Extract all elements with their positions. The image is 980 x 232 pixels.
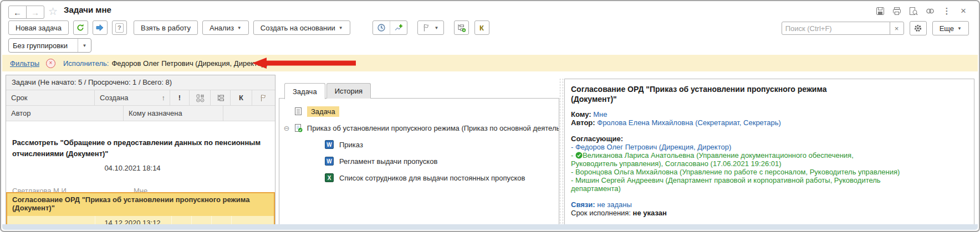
analysis-button[interactable]: Анализ ▼ xyxy=(202,20,249,35)
column-k-label: К xyxy=(239,94,243,102)
approved-check-icon xyxy=(575,152,583,159)
column-due[interactable]: Срок xyxy=(6,90,95,105)
tree-item-file-label: Приказ xyxy=(339,141,363,149)
refresh-button[interactable] xyxy=(73,20,88,35)
task-created-date: 04.10.2021 18:14 xyxy=(95,164,170,172)
help-icon: ? xyxy=(115,23,124,33)
print-icon[interactable] xyxy=(892,7,901,16)
column-due-label: Срок xyxy=(11,94,28,102)
task-row[interactable]: Рассмотреть "Обращение о предоставлении … xyxy=(6,121,275,193)
nav-button-group: ← → xyxy=(8,6,44,19)
column-created-label: Создана xyxy=(100,94,128,102)
deadline-label: Срок исполнения: xyxy=(571,209,631,217)
tab-history[interactable]: История xyxy=(326,83,371,99)
control-k-button[interactable]: К xyxy=(474,20,489,35)
filter-remove-icon[interactable]: × xyxy=(46,59,55,68)
tab-task[interactable]: Задача xyxy=(284,83,325,99)
favorite-star-icon[interactable]: ☆ xyxy=(48,5,58,18)
approvers-label: Согласующие: xyxy=(571,135,968,143)
help-button[interactable]: ? xyxy=(112,20,127,35)
save-icon[interactable] xyxy=(876,7,885,16)
add-to-plan-button[interactable] xyxy=(390,21,407,34)
app-window: ← → ☆ Задачи мне ⋮ × Новая задача ? Взят… xyxy=(0,0,980,232)
execution-state-icon xyxy=(196,94,205,102)
sort-ascending-icon: ↑ xyxy=(162,94,166,102)
approver-line[interactable]: - Воронцова Ольга Михайловна (Управление… xyxy=(571,168,968,176)
search-area: × Еще ▼ xyxy=(782,21,969,35)
search-input[interactable] xyxy=(782,22,890,35)
grouping-dropdown-button[interactable]: ▼ xyxy=(78,39,91,52)
preview-deadline-line: Срок исполнения: не указан xyxy=(571,209,968,217)
approver-line[interactable]: - Федоров Олег Петрович (Дирекция, Дирек… xyxy=(571,143,968,151)
chevron-down-icon: ▼ xyxy=(237,25,242,30)
column-subtasks[interactable] xyxy=(211,90,231,105)
column-author[interactable]: Автор xyxy=(6,106,124,121)
task-row-selected[interactable]: Согласование ОРД "Приказ об установлении… xyxy=(6,192,275,226)
settings-button[interactable] xyxy=(910,21,927,35)
panel-splitter[interactable] xyxy=(560,79,563,226)
task-preview-panel: Согласование ОРД "Приказ об установлении… xyxy=(564,79,974,226)
tree-item-file[interactable]: X Список сотрудников для выдачи постоянн… xyxy=(325,169,559,186)
grouping-select[interactable]: Без группировки ▼ xyxy=(8,38,91,53)
chevron-down-icon: ▼ xyxy=(435,25,439,30)
column-created[interactable]: Создана ↑ xyxy=(95,90,170,105)
column-k[interactable]: К xyxy=(231,90,252,105)
link-icon[interactable] xyxy=(926,7,935,16)
preview-links-line[interactable]: Связи: не заданы xyxy=(571,200,968,209)
grouping-value: Без группировки xyxy=(9,39,78,52)
flag-outline-icon xyxy=(259,94,268,102)
new-task-button[interactable]: Новая задача xyxy=(8,20,69,35)
take-to-work-button[interactable]: Взять в работу xyxy=(134,20,198,35)
search-clear-button[interactable]: × xyxy=(890,22,904,35)
column-importance[interactable]: ! xyxy=(170,90,190,105)
forward-icon: → xyxy=(31,8,39,17)
excel-file-icon: X xyxy=(325,173,334,182)
preview-icon[interactable] xyxy=(909,7,918,16)
author-value-link[interactable]: Фролова Елена Михайловна (Секретариат, С… xyxy=(597,118,781,127)
approver-line[interactable]: - Великанова Лариса Анатольевна (Управле… xyxy=(571,151,968,168)
task-title: Согласование ОРД "Приказ об установлении… xyxy=(7,193,274,212)
links-value: не заданы xyxy=(597,200,632,209)
tree-item-file[interactable]: W Регламент выдачи пропусков xyxy=(325,153,559,169)
column-flag[interactable] xyxy=(252,90,275,105)
exclamation-icon: ! xyxy=(178,94,181,102)
tree-item-file-label: Список сотрудников для выдачи постоянных… xyxy=(339,174,525,182)
tree-item-file[interactable]: W Приказ xyxy=(325,136,559,153)
filter-field-label[interactable]: Исполнитель: xyxy=(63,59,109,68)
deadline-clock-button[interactable] xyxy=(373,21,390,34)
to-value-link[interactable]: Мне xyxy=(593,110,607,118)
back-button[interactable]: ← xyxy=(8,6,27,19)
chevron-down-icon: ▼ xyxy=(339,25,343,30)
task-tools-group xyxy=(372,20,407,35)
add-subtask-button[interactable] xyxy=(454,20,469,35)
clock-icon xyxy=(377,23,386,32)
clear-icon: × xyxy=(895,24,899,33)
column-assignee[interactable]: Кому назначена xyxy=(124,106,223,121)
filters-link[interactable]: Фильтры xyxy=(10,59,39,68)
subtask-tree-icon xyxy=(216,94,225,102)
column-execution-state[interactable] xyxy=(190,90,211,105)
bottom-edge-strip xyxy=(2,224,978,230)
task-document-icon xyxy=(294,107,303,116)
collapse-icon[interactable]: ⊖ xyxy=(283,124,290,132)
filter-field-value: Федоров Олег Петрович (Дирекция, Директо… xyxy=(111,59,267,68)
flag-menu-button[interactable]: ▼ xyxy=(417,20,444,35)
detail-tabs: Задача История xyxy=(284,83,371,99)
tree-item-document[interactable]: ⊖ Приказ об установлении пропускного реж… xyxy=(283,120,559,136)
task-list-header: Задачи (Не начато: 5 / Просрочено: 1 / В… xyxy=(6,75,275,90)
close-icon[interactable]: × xyxy=(959,7,968,16)
tree-item-task[interactable]: Задача xyxy=(294,103,559,120)
forward-task-button[interactable] xyxy=(93,20,108,35)
create-based-on-label: Создать на основании xyxy=(261,24,335,32)
analysis-label: Анализ xyxy=(210,24,234,32)
column-empty xyxy=(223,106,275,121)
task-title: Рассмотреть "Обращение о предоставлении … xyxy=(12,137,273,159)
kebab-menu-icon[interactable]: ⋮ xyxy=(942,7,951,16)
subtask-tree-plus-icon xyxy=(457,23,466,32)
forward-button[interactable]: → xyxy=(26,6,44,19)
word-file-icon: W xyxy=(325,140,334,149)
more-button[interactable]: Еще ▼ xyxy=(932,21,969,35)
approver-line[interactable]: - Мишин Сергей Андреевич (Департамент пр… xyxy=(571,176,968,193)
author-label: Автор: xyxy=(571,118,595,127)
create-based-on-button[interactable]: Создать на основании ▼ xyxy=(253,20,350,35)
